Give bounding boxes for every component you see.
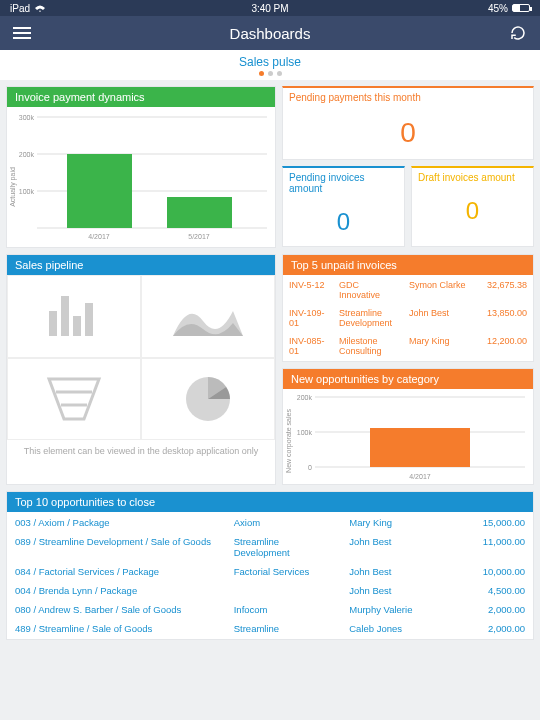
new-opps-chart: New corporate sales 200k 100k 0 4/2017 [283, 389, 535, 484]
svg-rect-8 [67, 154, 132, 228]
device-label: iPad [10, 3, 30, 14]
table-row: 004 / Brenda Lynn / PackageJohn Best4,50… [9, 582, 531, 599]
svg-text:200k: 200k [297, 394, 313, 401]
pipeline-note: This element can be viewed in the deskto… [7, 440, 275, 462]
unpaid-table: INV-5-12GDC InnovativeSymon Clarke32,675… [283, 275, 533, 361]
svg-text:4/2017: 4/2017 [409, 473, 431, 480]
table-row: INV-085-01Milestone ConsultingMary King1… [285, 333, 531, 359]
area-chart-icon [141, 275, 275, 358]
svg-text:100k: 100k [19, 188, 35, 195]
svg-text:5/2017: 5/2017 [188, 233, 210, 240]
wifi-icon [34, 4, 46, 12]
card-draft-amount[interactable]: Draft invoices amount 0 [411, 166, 534, 247]
kpi-value: 0 [283, 107, 533, 159]
svg-text:0: 0 [308, 464, 312, 471]
pager-dots [259, 71, 282, 76]
table-row: 489 / Streamline / Sale of GoodsStreamli… [9, 620, 531, 637]
table-row: INV-109-01Streamline DevelopmentJohn Bes… [285, 305, 531, 331]
table-row: 003 / Axiom / PackageAxiomMary King15,00… [9, 514, 531, 531]
svg-rect-12 [49, 311, 57, 336]
bar-chart-icon [7, 275, 141, 358]
kpi-value: 0 [283, 198, 404, 246]
svg-rect-26 [370, 428, 470, 467]
refresh-icon[interactable] [508, 23, 528, 43]
svg-text:Actually paid: Actually paid [9, 167, 17, 207]
tab-label: Sales pulse [239, 55, 301, 69]
table-row: 084 / Factorial Services / PackageFactor… [9, 563, 531, 580]
svg-text:300k: 300k [19, 114, 35, 121]
table-row: 080 / Andrew S. Barber / Sale of GoodsIn… [9, 601, 531, 618]
pipeline-placeholder [7, 275, 275, 440]
navbar: Dashboards [0, 16, 540, 50]
svg-text:200k: 200k [19, 151, 35, 158]
card-title: Invoice payment dynamics [7, 87, 275, 107]
svg-rect-13 [61, 296, 69, 336]
battery-pct: 45% [488, 3, 508, 14]
pie-chart-icon [141, 358, 275, 441]
svg-text:New corporate sales: New corporate sales [285, 409, 293, 473]
battery-icon [512, 4, 530, 12]
card-title: Top 10 opportunities to close [7, 492, 533, 512]
menu-icon[interactable] [12, 23, 32, 43]
card-new-opps-category[interactable]: New opportunities by category New corpor… [282, 368, 534, 485]
opps-table: 003 / Axiom / PackageAxiomMary King15,00… [7, 512, 533, 639]
card-top-opportunities[interactable]: Top 10 opportunities to close 003 / Axio… [6, 491, 534, 640]
card-top-unpaid[interactable]: Top 5 unpaid invoices INV-5-12GDC Innova… [282, 254, 534, 362]
svg-rect-15 [85, 303, 93, 336]
kpi-title: Draft invoices amount [412, 168, 533, 187]
status-bar: iPad 3:40 PM 45% [0, 0, 540, 16]
table-row: INV-5-12GDC InnovativeSymon Clarke32,675… [285, 277, 531, 303]
kpi-title: Pending invoices amount [283, 168, 404, 198]
card-title: Sales pipeline [7, 255, 275, 275]
card-title: Top 5 unpaid invoices [283, 255, 533, 275]
svg-text:4/2017: 4/2017 [88, 233, 110, 240]
kpi-value: 0 [412, 187, 533, 235]
card-invoice-dynamics[interactable]: Invoice payment dynamics Actually paid 3… [6, 86, 276, 248]
page-title: Dashboards [230, 25, 311, 42]
card-pending-amount[interactable]: Pending invoices amount 0 [282, 166, 405, 247]
card-sales-pipeline[interactable]: Sales pipeline This element can be viewe… [6, 254, 276, 485]
kpi-title: Pending payments this month [283, 88, 533, 107]
card-pending-month[interactable]: Pending payments this month 0 [282, 86, 534, 160]
svg-rect-14 [73, 316, 81, 336]
svg-text:100k: 100k [297, 429, 313, 436]
table-row: 089 / Streamline Development / Sale of G… [9, 533, 531, 561]
invoice-dynamics-chart: Actually paid 300k 200k 100k 4/2017 5/20… [7, 107, 277, 247]
clock: 3:40 PM [251, 3, 288, 14]
dashboard-pager[interactable]: Sales pulse [0, 50, 540, 80]
svg-rect-9 [167, 197, 232, 228]
card-title: New opportunities by category [283, 369, 533, 389]
funnel-chart-icon [7, 358, 141, 441]
